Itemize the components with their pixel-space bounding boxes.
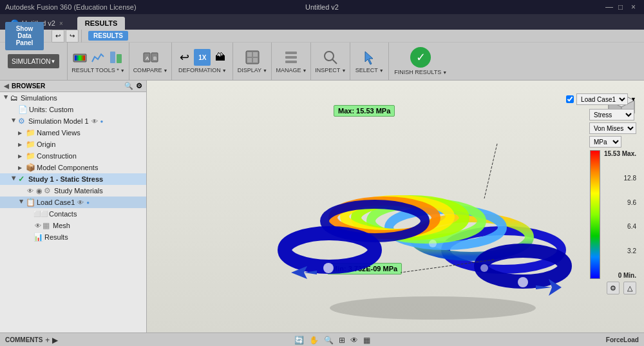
manage-group[interactable]: MANAGE [272,43,311,80]
load-case-dot[interactable]: ● [86,200,90,206]
result-icon-3 [108,49,124,66]
load-case-icon: 📋 [26,198,35,207]
tree-load-case[interactable]: ▶ 📋 Load Case1 👁 ● [0,197,146,208]
manage-label: MANAGE [276,67,307,73]
inspect-group[interactable]: INSPECT [311,43,350,80]
tree-model-components[interactable]: ▶ 📦 Model Components [0,162,146,173]
unit-dropdown[interactable]: MPa [589,136,621,148]
legend-min-value: 0 Min. [604,272,636,279]
finish-results-button[interactable]: ✓ FINISH RESULTS [389,43,452,80]
pan-icon[interactable]: ✋ [309,336,319,345]
minimize-button[interactable]: — [605,3,613,11]
named-views-label: Named Views [37,129,80,137]
browser-content: ▶ 🗂 Simulations 📄 Units: Custom ▶ ⚙ Simu… [0,92,146,332]
tree-study1[interactable]: ▶ ✓ Study 1 - Static Stress [0,173,146,185]
comments-expand-icon[interactable]: ▶ [52,336,58,345]
tree-origin[interactable]: ▶ 📁 Origin [0,139,146,150]
tree-mesh[interactable]: 👁 ▦ Mesh [0,220,146,231]
svg-rect-2 [110,52,115,63]
browser-search-icon[interactable]: 🔍 [124,82,133,90]
simulation-dropdown[interactable]: SIMULATION [8,54,59,68]
finish-results-icon: ✓ [410,47,431,68]
tree-units: 📄 Units: Custom [0,104,146,115]
full-toolbar: Show Data Panel ↩ ↪ RESULTS SIMULATION [0,30,644,81]
results-badge[interactable]: RESULTS [88,31,128,41]
simulation-label: SIMULATION [12,58,50,65]
tree-study-materials[interactable]: 👁 ◉ ⚙ Study Materials [0,185,146,197]
load-case-dropdown[interactable]: Load Case1 [576,93,628,105]
svg-rect-1 [75,55,85,61]
orbit-icon[interactable]: 🔄 [294,336,304,345]
undo-button[interactable]: ↩ [52,30,64,43]
select-label: SELECT [355,67,384,73]
deformation-icons: ↩ 1X 🏔 [176,49,229,66]
stress-dropdown[interactable]: Stress [589,109,634,120]
browser-collapse-arrow[interactable]: ◀ [4,82,9,90]
tree-sim-model[interactable]: ▶ ⚙ Simulation Model 1 👁 ● [0,115,146,127]
status-bar: COMMENTS + ▶ 🔄 ✋ 🔍 ⊞ 👁 ▦ ForceLoad [0,332,644,346]
redo-button[interactable]: ↪ [66,30,79,43]
browser-settings-icon[interactable]: ⚙ [136,82,142,90]
load-case-selector[interactable]: Load Case1 ▼ [566,93,636,105]
undo-redo-group: ↩ ↪ [49,30,82,43]
sim-model-dot[interactable]: ● [100,119,104,124]
tab-results[interactable]: RESULTS [77,17,126,30]
mesh-eye[interactable]: 👁 [35,222,41,229]
tab-close-icon[interactable]: × [59,20,63,27]
view-icon[interactable]: 👁 [350,336,358,345]
fit-icon[interactable]: ⊞ [339,336,345,345]
construction-label: Construction [37,152,77,160]
study1-label: Study 1 - Static Stress [28,175,103,183]
named-views-arrow: ▶ [18,130,24,136]
deformation-group[interactable]: ↩ 1X 🏔 DEFORMATION [172,43,233,80]
status-right: ForceLoad [606,336,639,343]
legend-max-value: 15.53 Max. [604,150,636,157]
maximize-button[interactable]: □ [618,3,626,11]
legend-triangle-icon[interactable]: △ [623,282,636,294]
legend-value-2: 9.6 [604,199,636,206]
sim-model-icon: ⚙ [18,117,27,126]
svg-rect-13 [285,52,297,54]
results-label: Results [44,233,68,241]
deformation-label: DEFORMATION [178,67,227,73]
tree-contacts[interactable]: ⬜⬜ Contacts [0,208,146,220]
compare-label: COMPARE [133,67,168,73]
zoom-icon[interactable]: 🔍 [324,336,334,345]
results-icon: 📊 [33,233,43,242]
comments-add-icon[interactable]: + [45,336,50,345]
select-group[interactable]: SELECT [350,43,389,80]
display2-icon[interactable]: ▦ [363,336,370,345]
tree-simulations[interactable]: ▶ 🗂 Simulations [0,92,146,104]
tree-named-views[interactable]: ▶ 📁 Named Views [0,127,146,139]
tree-construction[interactable]: ▶ 📁 Construction [0,150,146,162]
select-icons [361,49,378,66]
sim-model-eye[interactable]: 👁 [91,118,98,125]
svg-point-27 [285,233,375,267]
result-tools-group[interactable]: RESULT TOOLS * [68,43,129,80]
color-labels: 15.53 Max. 12.8 9.6 6.4 3.2 0 Min. [604,150,636,279]
deformation-icon-3: 🏔 [212,49,229,66]
title-bar: Autodesk Fusion 360 (Education License) … [0,0,644,14]
viewport[interactable]: Max: 15.53 MPa Min: 3.732E-09 MPa [147,81,644,332]
units-icon: 📄 [18,105,28,114]
main-area: ◀ BROWSER 🔍 ⚙ ▶ 🗂 Simulations 📄 Units: C… [0,81,644,332]
results-tab-label: RESULTS [84,32,132,39]
legend-value-1: 12.8 [604,175,636,182]
load-case-checkbox[interactable] [566,95,574,103]
study-mat-eye[interactable]: 👁 [27,187,33,195]
svg-point-18 [330,296,536,320]
tree-results[interactable]: 📊 Results [0,231,146,243]
von-mises-dropdown[interactable]: Von Mises [589,122,636,134]
tab-results-label: RESULTS [85,19,118,27]
svg-rect-3 [117,54,122,63]
display-group[interactable]: DISPLAY [233,43,272,80]
close-button[interactable]: × [631,3,639,11]
study-mat-eye2[interactable]: ◉ [36,187,43,195]
svg-point-34 [429,240,437,247]
legend-settings-icon[interactable]: ⚙ [607,282,620,294]
inspect-icons [322,49,339,66]
document-title: Untitled v2 [305,3,339,11]
load-case-eye[interactable]: 👁 [77,199,84,206]
legend-value-4: 3.2 [604,247,636,255]
compare-group[interactable]: A B COMPARE [129,43,173,80]
